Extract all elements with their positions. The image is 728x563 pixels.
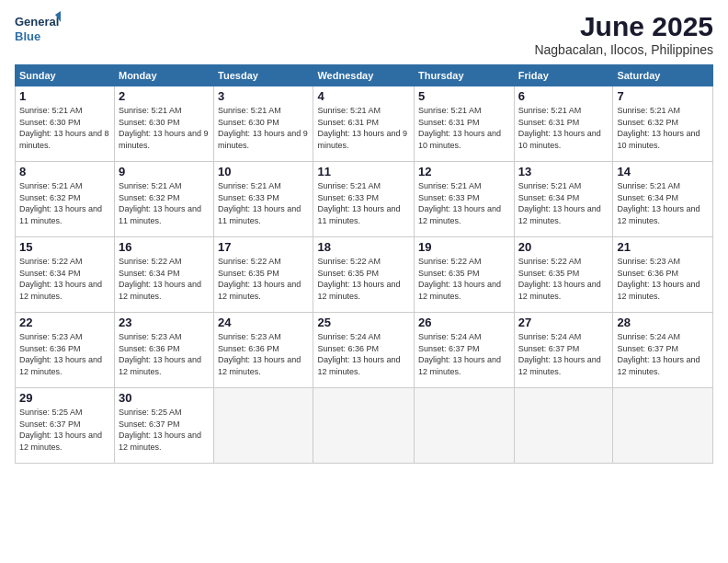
cell-info: Sunrise: 5:24 AM Sunset: 6:37 PM Dayligh… [617, 331, 709, 377]
calendar-week-3: 15 Sunrise: 5:22 AM Sunset: 6:34 PM Dayl… [16, 237, 713, 313]
cell-info: Sunrise: 5:21 AM Sunset: 6:32 PM Dayligh… [617, 105, 709, 151]
calendar-cell [313, 388, 415, 464]
calendar-cell: 1 Sunrise: 5:21 AM Sunset: 6:30 PM Dayli… [16, 86, 115, 162]
cell-info: Sunrise: 5:22 AM Sunset: 6:35 PM Dayligh… [418, 256, 510, 302]
cell-info: Sunrise: 5:21 AM Sunset: 6:31 PM Dayligh… [418, 105, 510, 151]
calendar-cell: 19 Sunrise: 5:22 AM Sunset: 6:35 PM Dayl… [415, 237, 515, 313]
calendar-week-4: 22 Sunrise: 5:23 AM Sunset: 6:36 PM Dayl… [16, 313, 713, 388]
cell-info: Sunrise: 5:25 AM Sunset: 6:37 PM Dayligh… [19, 407, 110, 453]
header-monday: Monday [114, 65, 213, 86]
cell-day-number: 10 [218, 165, 309, 178]
main-title: June 2025 [534, 11, 713, 42]
header-thursday: Thursday [415, 65, 515, 86]
header-saturday: Saturday [613, 65, 713, 86]
header-tuesday: Tuesday [214, 65, 313, 86]
cell-info: Sunrise: 5:21 AM Sunset: 6:34 PM Dayligh… [617, 180, 709, 226]
calendar-cell: 7 Sunrise: 5:21 AM Sunset: 6:32 PM Dayli… [613, 86, 713, 162]
calendar-cell: 4 Sunrise: 5:21 AM Sunset: 6:31 PM Dayli… [313, 86, 415, 162]
cell-info: Sunrise: 5:21 AM Sunset: 6:32 PM Dayligh… [19, 180, 110, 226]
cell-day-number: 16 [119, 240, 210, 254]
calendar-cell: 3 Sunrise: 5:21 AM Sunset: 6:30 PM Dayli… [214, 86, 313, 162]
cell-info: Sunrise: 5:21 AM Sunset: 6:30 PM Dayligh… [119, 105, 210, 151]
calendar-cell [214, 388, 313, 464]
calendar-cell: 13 Sunrise: 5:21 AM Sunset: 6:34 PM Dayl… [514, 162, 613, 237]
cell-day-number: 6 [518, 89, 609, 103]
cell-info: Sunrise: 5:21 AM Sunset: 6:34 PM Dayligh… [518, 180, 609, 226]
cell-day-number: 24 [218, 316, 309, 329]
header: General Blue June 2025 Nagbacalan, Iloco… [15, 11, 713, 57]
cell-day-number: 19 [418, 240, 510, 254]
cell-info: Sunrise: 5:21 AM Sunset: 6:33 PM Dayligh… [218, 180, 309, 226]
calendar-cell: 24 Sunrise: 5:23 AM Sunset: 6:36 PM Dayl… [214, 313, 313, 388]
cell-day-number: 12 [418, 165, 510, 178]
calendar-cell: 12 Sunrise: 5:21 AM Sunset: 6:33 PM Dayl… [415, 162, 515, 237]
cell-day-number: 14 [617, 165, 709, 178]
logo: General Blue [15, 11, 61, 46]
cell-info: Sunrise: 5:22 AM Sunset: 6:35 PM Dayligh… [218, 256, 309, 302]
cell-day-number: 30 [119, 391, 210, 405]
cell-day-number: 13 [518, 165, 609, 178]
cell-info: Sunrise: 5:25 AM Sunset: 6:37 PM Dayligh… [119, 407, 210, 453]
cell-day-number: 18 [317, 240, 410, 254]
cell-info: Sunrise: 5:23 AM Sunset: 6:36 PM Dayligh… [119, 331, 210, 377]
cell-day-number: 22 [19, 316, 110, 329]
calendar-cell: 27 Sunrise: 5:24 AM Sunset: 6:37 PM Dayl… [514, 313, 613, 388]
cell-day-number: 1 [19, 89, 110, 103]
cell-day-number: 2 [119, 89, 210, 103]
cell-info: Sunrise: 5:24 AM Sunset: 6:37 PM Dayligh… [418, 331, 510, 377]
cell-info: Sunrise: 5:21 AM Sunset: 6:31 PM Dayligh… [518, 105, 609, 151]
calendar-cell: 17 Sunrise: 5:22 AM Sunset: 6:35 PM Dayl… [214, 237, 313, 313]
cell-info: Sunrise: 5:22 AM Sunset: 6:35 PM Dayligh… [317, 256, 410, 302]
calendar-cell [613, 388, 713, 464]
cell-info: Sunrise: 5:22 AM Sunset: 6:34 PM Dayligh… [19, 256, 110, 302]
page: General Blue June 2025 Nagbacalan, Iloco… [0, 0, 728, 563]
cell-info: Sunrise: 5:21 AM Sunset: 6:30 PM Dayligh… [19, 105, 110, 151]
cell-day-number: 17 [218, 240, 309, 254]
cell-info: Sunrise: 5:24 AM Sunset: 6:37 PM Dayligh… [518, 331, 609, 377]
cell-info: Sunrise: 5:22 AM Sunset: 6:35 PM Dayligh… [518, 256, 609, 302]
calendar-cell: 5 Sunrise: 5:21 AM Sunset: 6:31 PM Dayli… [415, 86, 515, 162]
calendar-header-row: SundayMondayTuesdayWednesdayThursdayFrid… [16, 65, 713, 86]
calendar-cell: 28 Sunrise: 5:24 AM Sunset: 6:37 PM Dayl… [613, 313, 713, 388]
calendar-cell: 21 Sunrise: 5:23 AM Sunset: 6:36 PM Dayl… [613, 237, 713, 313]
calendar-cell: 8 Sunrise: 5:21 AM Sunset: 6:32 PM Dayli… [16, 162, 115, 237]
cell-info: Sunrise: 5:23 AM Sunset: 6:36 PM Dayligh… [617, 256, 709, 302]
calendar-week-1: 1 Sunrise: 5:21 AM Sunset: 6:30 PM Dayli… [16, 86, 713, 162]
cell-info: Sunrise: 5:22 AM Sunset: 6:34 PM Dayligh… [119, 256, 210, 302]
subtitle: Nagbacalan, Ilocos, Philippines [534, 42, 713, 57]
cell-info: Sunrise: 5:24 AM Sunset: 6:36 PM Dayligh… [317, 331, 410, 377]
logo-svg: General Blue [15, 11, 61, 46]
calendar-cell: 9 Sunrise: 5:21 AM Sunset: 6:32 PM Dayli… [114, 162, 213, 237]
calendar-cell: 25 Sunrise: 5:24 AM Sunset: 6:36 PM Dayl… [313, 313, 415, 388]
header-friday: Friday [514, 65, 613, 86]
cell-day-number: 5 [418, 89, 510, 103]
cell-day-number: 23 [119, 316, 210, 329]
cell-day-number: 26 [418, 316, 510, 329]
cell-day-number: 29 [19, 391, 110, 405]
calendar-cell: 20 Sunrise: 5:22 AM Sunset: 6:35 PM Dayl… [514, 237, 613, 313]
cell-info: Sunrise: 5:23 AM Sunset: 6:36 PM Dayligh… [218, 331, 309, 377]
cell-day-number: 4 [317, 89, 410, 103]
header-wednesday: Wednesday [313, 65, 415, 86]
calendar-cell [514, 388, 613, 464]
calendar-cell: 30 Sunrise: 5:25 AM Sunset: 6:37 PM Dayl… [114, 388, 213, 464]
cell-day-number: 21 [617, 240, 709, 254]
calendar-cell: 2 Sunrise: 5:21 AM Sunset: 6:30 PM Dayli… [114, 86, 213, 162]
cell-day-number: 25 [317, 316, 410, 329]
cell-info: Sunrise: 5:21 AM Sunset: 6:33 PM Dayligh… [418, 180, 510, 226]
calendar-week-5: 29 Sunrise: 5:25 AM Sunset: 6:37 PM Dayl… [16, 388, 713, 464]
calendar-cell: 14 Sunrise: 5:21 AM Sunset: 6:34 PM Dayl… [613, 162, 713, 237]
cell-info: Sunrise: 5:21 AM Sunset: 6:31 PM Dayligh… [317, 105, 410, 151]
svg-text:Blue: Blue [15, 29, 40, 43]
cell-day-number: 8 [19, 165, 110, 178]
calendar-cell: 22 Sunrise: 5:23 AM Sunset: 6:36 PM Dayl… [16, 313, 115, 388]
calendar-cell: 29 Sunrise: 5:25 AM Sunset: 6:37 PM Dayl… [16, 388, 115, 464]
cell-day-number: 20 [518, 240, 609, 254]
cell-day-number: 9 [119, 165, 210, 178]
cell-info: Sunrise: 5:21 AM Sunset: 6:33 PM Dayligh… [317, 180, 410, 226]
cell-info: Sunrise: 5:23 AM Sunset: 6:36 PM Dayligh… [19, 331, 110, 377]
calendar-cell: 6 Sunrise: 5:21 AM Sunset: 6:31 PM Dayli… [514, 86, 613, 162]
cell-info: Sunrise: 5:21 AM Sunset: 6:30 PM Dayligh… [218, 105, 309, 151]
cell-day-number: 7 [617, 89, 709, 103]
calendar-cell: 15 Sunrise: 5:22 AM Sunset: 6:34 PM Dayl… [16, 237, 115, 313]
